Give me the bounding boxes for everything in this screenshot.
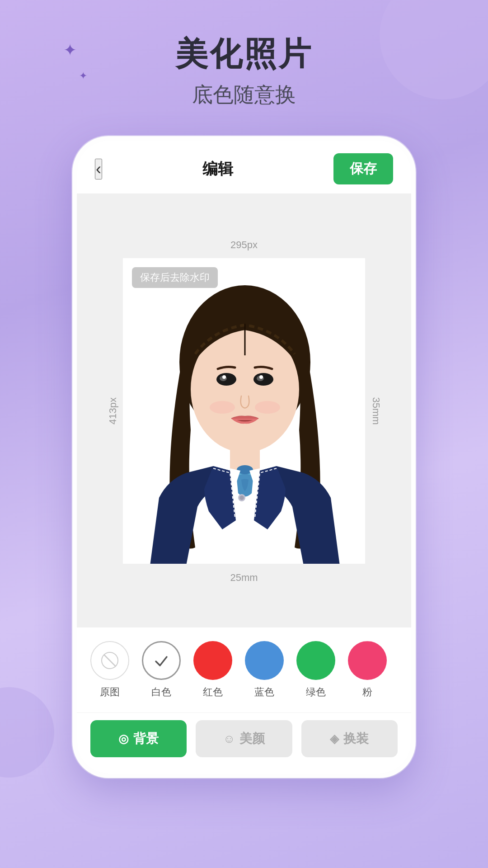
color-label-green: 绿色 [306,685,326,699]
color-option-pink[interactable]: 粉 [348,641,387,699]
action-buttons: ◎ 背景 ☺ 美颜 ◈ 换装 [77,712,411,774]
page-header: ✦ ✦ 美化照片 底色随意换 [0,0,488,127]
background-label: 背景 [133,730,159,747]
phone-mockup: ‹ 编辑 保存 295px 25mm 413px 35mm [0,136,488,778]
watermark-badge: 保存后去除水印 [132,267,218,288]
measure-bottom: 25mm [230,572,258,584]
color-circle-green [296,641,335,680]
measure-right: 35mm [370,397,381,425]
photo-frame-wrapper: 295px 25mm 413px 35mm 保存后去除水印 [122,257,366,565]
photo-editing-area: 295px 25mm 413px 35mm 保存后去除水印 [77,194,411,627]
color-option-green[interactable]: 绿色 [296,641,335,699]
outfit-button[interactable]: ◈ 换装 [301,720,398,757]
color-selector: 原图 白色 红色 [77,627,411,712]
phone-frame: ‹ 编辑 保存 295px 25mm 413px 35mm [72,136,416,778]
background-icon: ◎ [118,732,129,746]
beauty-icon: ☺ [223,732,235,746]
page-title-sub: 底色随意换 [0,81,488,109]
beauty-label: 美颜 [239,730,265,747]
portrait-photo: 保存后去除水印 [123,258,365,564]
check-icon [152,651,170,670]
measure-left: 413px [107,397,119,425]
color-label-pink: 粉 [362,685,372,699]
color-option-blue[interactable]: 蓝色 [245,641,284,699]
sparkle-icon-small: ✦ [79,70,87,82]
topbar-title: 编辑 [202,159,233,179]
color-label-white: 白色 [151,685,171,699]
color-circle-white [142,641,181,680]
color-option-original[interactable]: 原图 [90,641,129,699]
color-option-white[interactable]: 白色 [142,641,181,699]
photo-frame: 保存后去除水印 [122,257,366,565]
sparkle-icon-large: ✦ [63,41,77,60]
svg-point-12 [255,401,280,414]
svg-point-10 [259,375,263,379]
color-label-blue: 蓝色 [254,685,274,699]
svg-point-9 [222,375,226,379]
svg-line-17 [104,655,116,666]
save-button[interactable]: 保存 [333,153,393,184]
color-circle-red [193,641,232,680]
back-button[interactable]: ‹ [95,159,102,179]
color-label-red: 红色 [203,685,223,699]
beauty-button[interactable]: ☺ 美颜 [196,720,292,757]
svg-point-15 [239,495,244,500]
color-circle-original [90,641,129,680]
slash-icon [101,651,119,670]
color-label-original: 原图 [100,685,120,699]
color-options-list: 原图 白色 红色 [90,641,398,703]
measure-top: 295px [230,239,258,251]
portrait-svg [123,258,365,564]
outfit-icon: ◈ [330,732,339,746]
svg-point-11 [210,401,235,414]
outfit-label: 换装 [343,730,369,747]
background-button[interactable]: ◎ 背景 [90,720,187,757]
color-circle-blue [245,641,284,680]
color-circle-pink [348,641,387,680]
color-option-red[interactable]: 红色 [193,641,232,699]
phone-topbar: ‹ 编辑 保存 [77,141,411,194]
